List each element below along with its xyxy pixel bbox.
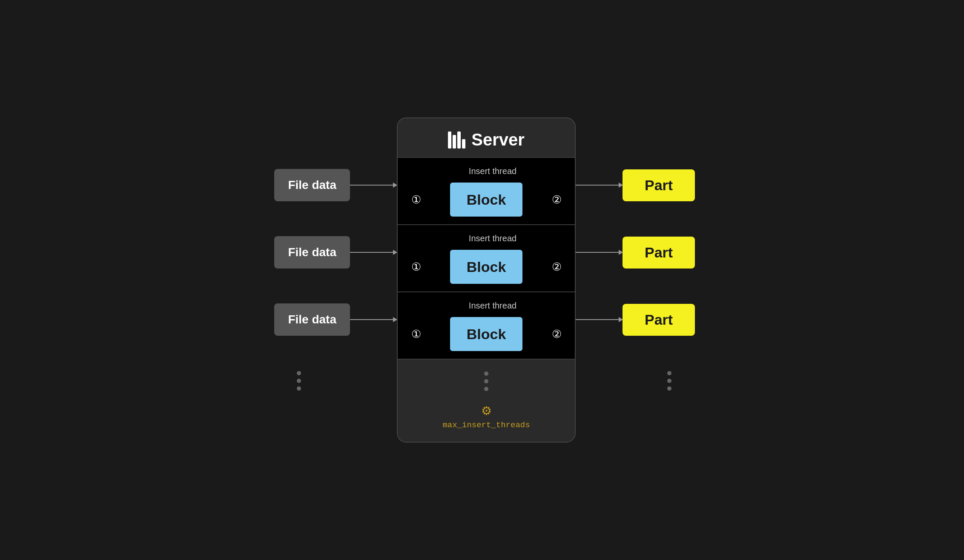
db-icon-3: 🗄 — [456, 300, 465, 311]
right-dots — [667, 371, 671, 391]
server-header: Server — [398, 118, 575, 157]
gear-icon: ⚙ — [481, 404, 492, 418]
thread-label-2: Insert thread — [469, 234, 516, 243]
server-dots-row — [398, 359, 575, 400]
part-box-1: Part — [623, 169, 695, 201]
step1-label-2: ① — [408, 260, 424, 274]
file-data-box-1: File data — [274, 169, 350, 201]
db-icon-1: 🗄 — [456, 166, 465, 177]
config-section: ⚙ max_insert_threads — [398, 400, 575, 442]
step2-label-2: ② — [548, 260, 565, 274]
server-bars-icon — [448, 131, 465, 149]
block-box-2: Block — [450, 250, 522, 284]
server-title: Server — [471, 130, 525, 149]
db-icon-2: 🗄 — [456, 233, 465, 244]
block-box-1: Block — [450, 183, 522, 217]
thread-row-1: 🗄 Insert thread ① Block ② — [398, 157, 575, 224]
thread-label-3: Insert thread — [469, 301, 516, 311]
block-box-3: Block — [450, 317, 522, 351]
step1-label-3: ① — [408, 328, 424, 341]
step2-label-1: ② — [548, 193, 565, 206]
part-box-2: Part — [623, 237, 695, 269]
config-label: max_insert_threads — [442, 420, 530, 430]
diagram: File data File data File data — [0, 0, 964, 560]
left-dots — [297, 371, 301, 391]
server-vertical-dots — [484, 371, 488, 391]
thread-row-2: 🗄 Insert thread ① Block ② — [398, 224, 575, 291]
step1-label-1: ① — [408, 193, 424, 206]
thread-row-3: 🗄 Insert thread ① Block ② — [398, 291, 575, 359]
file-data-box-2: File data — [274, 236, 350, 269]
step2-label-3: ② — [548, 328, 565, 341]
server-panel: Server 🗄 Insert thread ① Block ② 🗄 Inse — [397, 117, 576, 443]
part-box-3: Part — [623, 304, 695, 336]
file-data-box-3: File data — [274, 303, 350, 336]
thread-label-1: Insert thread — [469, 166, 516, 176]
